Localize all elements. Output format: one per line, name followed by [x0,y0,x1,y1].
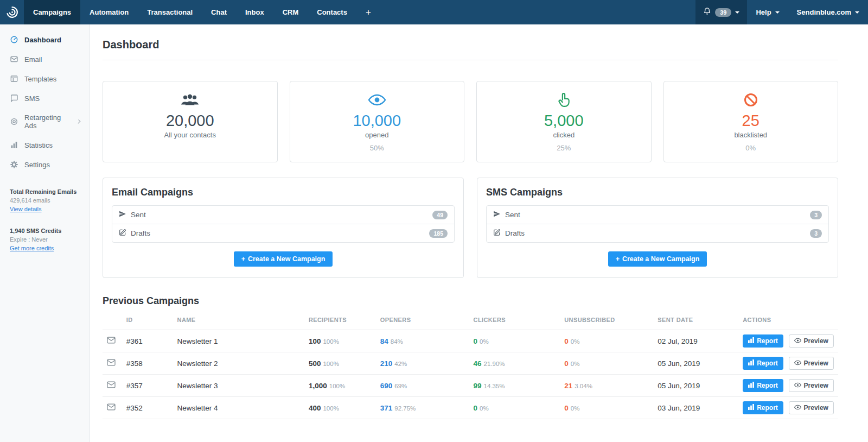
sidebar-item-email[interactable]: Email [0,49,90,69]
nav-item-contacts[interactable]: Contacts [308,0,356,24]
preview-eye-icon [794,404,801,412]
stat-label: blacklisted [734,131,767,139]
report-button[interactable]: Report [743,379,783,392]
unsubscribed-value: 0 [564,404,569,412]
sidebar-item-label: Email [24,55,42,64]
nav-item-automation[interactable]: Automation [80,0,138,24]
clickers-pct: 0% [480,338,489,345]
report-button[interactable]: Report [743,334,783,348]
email-sent-row[interactable]: Sent 49 [112,206,454,224]
envelope-icon [107,359,116,368]
gear-icon [10,160,18,169]
campaign-row: #358 Newsletter 2 500100% 21042% 4621.90… [103,352,838,375]
sidebar-item-dashboard[interactable]: Dashboard [0,30,90,49]
preview-button[interactable]: Preview [789,379,834,392]
nav-item-crm[interactable]: CRM [273,0,308,24]
draft-compose-icon [493,229,501,238]
column-header-recipients: RECIPIENTS [304,310,376,330]
preview-eye-icon [794,359,801,367]
column-header-sent-date: SENT DATE [653,310,738,330]
stats-row: 20,000 All your contacts 10,000 opened 5… [103,81,838,162]
stat-label: opened [365,131,388,139]
sms-sent-row[interactable]: Sent 3 [487,206,828,224]
preview-button[interactable]: Preview [789,357,834,370]
draft-compose-icon [119,229,126,238]
recipients-pct: 100% [323,361,339,367]
campaign-name[interactable]: Newsletter 3 [173,375,304,397]
create-sms-campaign-button[interactable]: Create a New Campaign [608,251,707,267]
icon-column-header [103,310,122,330]
nav-add-app-button[interactable]: + [356,0,380,24]
sms-drafts-row[interactable]: Drafts 3 [487,224,828,242]
sendinblue-logo-icon[interactable] [0,0,24,24]
campaign-name[interactable]: Newsletter 4 [173,397,304,419]
campaign-id: #352 [122,397,173,419]
envelope-icon [107,404,116,412]
email-drafts-row[interactable]: Drafts 185 [112,224,454,242]
nav-item-transactional[interactable]: Transactional [138,0,202,24]
chat-bubble-icon [10,94,18,103]
sidebar-item-retargeting-ads[interactable]: Retargeting Ads [0,108,90,135]
sidebar-item-sms[interactable]: SMS [0,89,90,108]
preview-button[interactable]: Preview [789,401,834,414]
chevron-right-icon [76,119,80,124]
help-menu-label: Help [756,8,771,16]
create-campaign-label: Create a New Campaign [622,255,699,263]
top-navbar: Campaigns Automation Transactional Chat … [0,0,868,24]
unsubscribed-pct: 0% [571,405,580,412]
sms-credits-section: 1,940 SMS Credits Expire : Never Get mor… [0,228,90,252]
report-chart-icon [748,382,754,389]
nav-item-campaigns[interactable]: Campaigns [24,0,80,24]
sent-label: Sent [131,211,146,219]
sms-credits-expiry: Expire : Never [10,236,80,243]
sms-campaigns-list: Sent 3 Drafts 3 [486,205,829,243]
recipients-value: 100 [309,337,321,345]
sidebar-item-label: Templates [24,75,56,83]
sidebar-item-settings[interactable]: Settings [0,155,90,174]
sidebar-item-statistics[interactable]: Statistics [0,135,90,155]
openers-value: 84 [380,337,388,345]
campaign-name[interactable]: Newsletter 2 [173,352,304,375]
stat-card-opened: 10,000 opened 50% [290,81,465,162]
unsubscribed-pct: 0% [571,338,580,345]
caret-down-icon [855,11,859,14]
clickers-pct: 14.35% [484,383,505,389]
campaign-name[interactable]: Newsletter 1 [173,330,304,352]
nav-item-chat[interactable]: Chat [202,0,236,24]
recipients-pct: 100% [323,338,339,345]
bell-icon [703,7,711,17]
recipients-value: 400 [309,404,321,412]
stat-label: clicked [553,131,575,139]
plus-icon [616,255,620,263]
plus-icon [241,255,245,263]
sidebar-item-templates[interactable]: Templates [0,69,90,89]
contacts-group-icon [181,92,199,108]
create-email-campaign-button[interactable]: Create a New Campaign [234,251,333,267]
campaign-row: #361 Newsletter 1 100100% 8484% 00% 00% … [103,330,838,352]
recipients-pct: 100% [329,383,345,389]
sent-date: 05 Jun, 2019 [653,352,738,375]
drafts-count-badge: 185 [429,229,448,238]
nav-item-inbox[interactable]: Inbox [236,0,273,24]
unsubscribed-value: 0 [564,359,569,368]
campaign-id: #358 [122,352,173,375]
account-menu[interactable]: Sendinblue.com [788,0,868,24]
stat-value: 25 [742,112,760,130]
openers-pct: 84% [391,338,403,345]
help-menu[interactable]: Help [747,0,788,24]
table-header-row: ID NAME RECIPIENTS OPENERS CLICKERS UNSU… [103,310,838,330]
remaining-emails-title: Total Remaining Emails [10,188,80,195]
sidebar-item-label: Dashboard [24,36,61,44]
remaining-emails-section: Total Remaining Emails 429,614 emails Vi… [0,188,90,213]
notifications-button[interactable]: 39 [695,0,747,24]
preview-button[interactable]: Preview [789,334,834,348]
report-button[interactable]: Report [743,357,783,370]
sidebar-item-label: SMS [24,94,40,103]
report-button[interactable]: Report [743,401,783,414]
unsubscribed-value: 0 [564,337,569,345]
get-more-credits-link[interactable]: Get more credits [10,245,54,251]
blocked-icon [743,92,758,108]
unsubscribed-pct: 3.04% [575,383,592,389]
stat-card-contacts: 20,000 All your contacts [103,81,278,162]
view-details-link[interactable]: View details [10,206,42,212]
